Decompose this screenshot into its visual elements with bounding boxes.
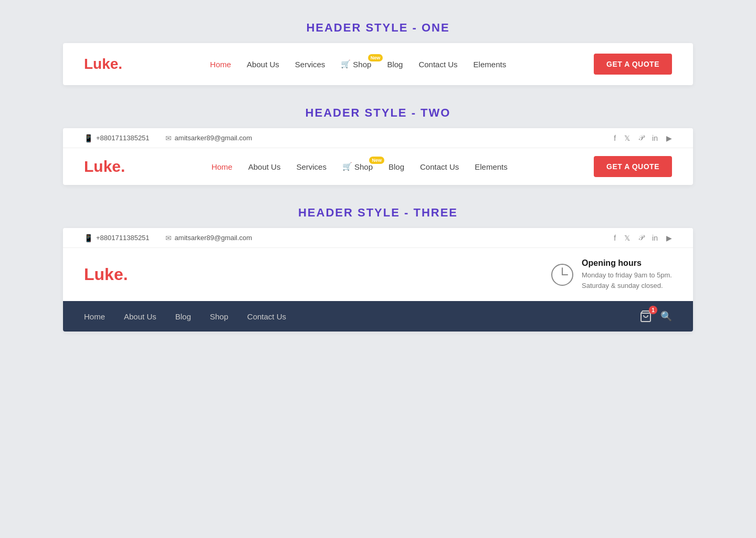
opening-title: Opening hours bbox=[582, 258, 672, 268]
nav-two-elements[interactable]: Elements bbox=[475, 162, 508, 171]
header-three-middle: Luke. Opening hours Monday to friday 9am… bbox=[63, 248, 693, 301]
logo-two: Luke. bbox=[84, 158, 125, 175]
shop-two-badge: New bbox=[369, 157, 384, 164]
shop-two-label: Shop bbox=[354, 162, 373, 171]
nav-two-home[interactable]: Home bbox=[212, 162, 233, 171]
shop-cart-icon: 🛒 bbox=[341, 59, 351, 69]
logo-two-text: Luke bbox=[84, 158, 121, 175]
social-three-twitter[interactable]: 𝕏 bbox=[624, 234, 630, 242]
clock-icon bbox=[550, 263, 574, 287]
get-quote-button-one[interactable]: GET A QUOTE bbox=[594, 54, 672, 75]
nav-three-about[interactable]: About Us bbox=[124, 312, 156, 321]
topbar-three-right: f 𝕏 𝒫 in ▶ bbox=[614, 233, 672, 242]
email-address: amitsarker89@gmail.com bbox=[175, 134, 253, 142]
nav-three-contact[interactable]: Contact Us bbox=[247, 312, 286, 321]
nav-two: Home About Us Services 🛒 Shop New Blog C… bbox=[212, 162, 508, 171]
topbar-three-email: ✉ amitsarker89@gmail.com bbox=[165, 234, 253, 242]
nav-contact[interactable]: Contact Us bbox=[418, 60, 457, 69]
phone-icon: 📱 bbox=[84, 134, 93, 142]
phone-three-number: +8801711385251 bbox=[96, 234, 150, 242]
social-three-facebook[interactable]: f bbox=[614, 234, 616, 242]
nav-services[interactable]: Services bbox=[295, 60, 326, 69]
nav-two-shop[interactable]: 🛒 Shop New bbox=[342, 162, 373, 171]
social-three-linkedin[interactable]: in bbox=[652, 234, 658, 242]
social-linkedin[interactable]: in bbox=[652, 134, 658, 142]
shop-label: Shop bbox=[353, 60, 371, 69]
social-youtube[interactable]: ▶ bbox=[666, 134, 672, 142]
topbar-left: 📱 +8801711385251 ✉ amitsarker89@gmail.co… bbox=[84, 134, 252, 142]
topbar-three-left: 📱 +8801711385251 ✉ amitsarker89@gmail.co… bbox=[84, 234, 252, 242]
opening-hours: Opening hours Monday to friday 9am to 5p… bbox=[550, 258, 672, 291]
nav-three-home[interactable]: Home bbox=[84, 312, 105, 321]
nav-two-contact[interactable]: Contact Us bbox=[420, 162, 459, 171]
header-three-card: 📱 +8801711385251 ✉ amitsarker89@gmail.co… bbox=[63, 228, 693, 332]
header-one-title: HEADER STYLE - ONE bbox=[63, 21, 693, 35]
logo-two-dot: . bbox=[121, 158, 125, 175]
opening-line1: Monday to friday 9am to 5pm. bbox=[582, 270, 672, 281]
nav-two-about[interactable]: About Us bbox=[248, 162, 281, 171]
topbar-right: f 𝕏 𝒫 in ▶ bbox=[614, 133, 672, 142]
social-three-pinterest[interactable]: 𝒫 bbox=[638, 233, 644, 242]
logo-three-text: Luke bbox=[84, 265, 123, 284]
logo-three-dot: . bbox=[123, 265, 128, 284]
topbar-phone: 📱 +8801711385251 bbox=[84, 134, 150, 142]
header-two-main: Luke. Home About Us Services 🛒 Shop New … bbox=[63, 148, 693, 185]
header-one-section: HEADER STYLE - ONE Luke. Home About Us S… bbox=[63, 21, 693, 85]
topbar-email: ✉ amitsarker89@gmail.com bbox=[165, 134, 253, 142]
social-facebook[interactable]: f bbox=[614, 134, 616, 142]
logo-three: Luke. bbox=[84, 265, 128, 284]
topbar-three-phone: 📱 +8801711385251 bbox=[84, 234, 150, 242]
email-three-address: amitsarker89@gmail.com bbox=[175, 234, 253, 242]
get-quote-button-two[interactable]: GET A QUOTE bbox=[594, 156, 672, 177]
nav-home[interactable]: Home bbox=[210, 60, 231, 69]
logo-dot: . bbox=[118, 56, 122, 72]
phone-three-icon: 📱 bbox=[84, 234, 93, 242]
header-one-card: Luke. Home About Us Services 🛒 Shop New … bbox=[63, 43, 693, 85]
logo-one: Luke. bbox=[84, 56, 122, 73]
nav-three-links: Home About Us Blog Shop Contact Us bbox=[84, 312, 286, 321]
nav-blog[interactable]: Blog bbox=[387, 60, 403, 69]
nav-three-shop[interactable]: Shop bbox=[210, 312, 228, 321]
topbar-two: 📱 +8801711385251 ✉ amitsarker89@gmail.co… bbox=[63, 128, 693, 148]
cart-wrapper[interactable]: 1 bbox=[639, 310, 652, 323]
nav-about[interactable]: About Us bbox=[247, 60, 279, 69]
search-icon[interactable]: 🔍 bbox=[660, 311, 672, 322]
logo-text: Luke bbox=[84, 56, 118, 72]
email-three-icon: ✉ bbox=[165, 234, 172, 242]
nav-two-services[interactable]: Services bbox=[296, 162, 327, 171]
header-three-title: HEADER STYLE - THREE bbox=[63, 206, 693, 220]
opening-line2: Saturday & sunday closed. bbox=[582, 281, 672, 291]
opening-text: Opening hours Monday to friday 9am to 5p… bbox=[582, 258, 672, 291]
social-three-youtube[interactable]: ▶ bbox=[666, 234, 672, 242]
header-three-nav: Home About Us Blog Shop Contact Us 1 bbox=[63, 301, 693, 332]
header-three-section: HEADER STYLE - THREE 📱 +8801711385251 ✉ … bbox=[63, 206, 693, 332]
shop-badge: New bbox=[368, 54, 383, 61]
shop-two-cart-icon: 🛒 bbox=[342, 162, 352, 171]
topbar-three: 📱 +8801711385251 ✉ amitsarker89@gmail.co… bbox=[63, 228, 693, 248]
social-pinterest[interactable]: 𝒫 bbox=[638, 133, 644, 142]
nav-one: Home About Us Services 🛒 Shop New Blog C… bbox=[210, 59, 506, 69]
nav-three-blog[interactable]: Blog bbox=[175, 312, 191, 321]
nav-elements[interactable]: Elements bbox=[474, 60, 507, 69]
nav-three-icons: 1 🔍 bbox=[639, 310, 672, 323]
nav-shop[interactable]: 🛒 Shop New bbox=[341, 59, 371, 69]
header-two-section: HEADER STYLE - TWO 📱 +8801711385251 ✉ am… bbox=[63, 106, 693, 185]
header-two-card: 📱 +8801711385251 ✉ amitsarker89@gmail.co… bbox=[63, 128, 693, 185]
header-two-title: HEADER STYLE - TWO bbox=[63, 106, 693, 120]
nav-two-blog[interactable]: Blog bbox=[388, 162, 404, 171]
cart-count: 1 bbox=[649, 306, 657, 314]
phone-number: +8801711385251 bbox=[96, 134, 150, 142]
page-wrapper: HEADER STYLE - ONE Luke. Home About Us S… bbox=[0, 0, 756, 353]
email-icon: ✉ bbox=[165, 134, 172, 142]
social-twitter[interactable]: 𝕏 bbox=[624, 134, 630, 142]
